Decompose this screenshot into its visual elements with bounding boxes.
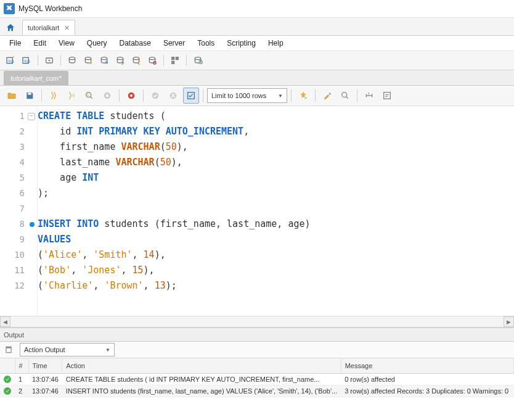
fold-icon[interactable]: − bbox=[28, 113, 35, 120]
toolbar-separator bbox=[357, 89, 357, 102]
output-cell-action: INSERT INTO students (first_name, last_n… bbox=[62, 385, 341, 397]
execute-current-button[interactable] bbox=[63, 88, 80, 104]
open-file-button[interactable] bbox=[4, 88, 20, 104]
save-file-button[interactable] bbox=[22, 88, 38, 104]
menu-tools[interactable]: Tools bbox=[192, 37, 220, 49]
sql-editor[interactable]: 1−23456789101112 CREATE TABLE students (… bbox=[0, 106, 514, 316]
output-table: # Time Action Message 113:07:46CREATE TA… bbox=[0, 358, 514, 397]
line-number: 5 bbox=[0, 170, 37, 186]
svg-point-7 bbox=[85, 57, 91, 60]
toolbar-separator bbox=[60, 55, 61, 66]
code-line[interactable]: age INT bbox=[38, 170, 514, 186]
output-status-cell bbox=[0, 374, 15, 385]
output-col-message[interactable]: Message bbox=[341, 358, 513, 374]
svg-text:SQL: SQL bbox=[8, 59, 15, 63]
scroll-left-icon[interactable]: ◀ bbox=[0, 316, 10, 327]
output-cell-n: 1 bbox=[15, 374, 28, 385]
reconnect-button[interactable] bbox=[191, 54, 205, 67]
svg-point-12 bbox=[133, 57, 139, 60]
menu-file[interactable]: File bbox=[4, 37, 27, 49]
code-line[interactable]: ('Alice', 'Smith', 14), bbox=[38, 247, 514, 263]
connection-tab-close-icon[interactable]: ✕ bbox=[64, 24, 70, 32]
brush-button[interactable] bbox=[319, 88, 335, 104]
query-toolbar: Limit to 1000 rows ▼ ¶ bbox=[0, 86, 514, 106]
chevron-down-icon: ▼ bbox=[278, 93, 283, 99]
toolbar-separator bbox=[119, 89, 120, 102]
svg-text:¶: ¶ bbox=[368, 93, 370, 96]
line-number: 4 bbox=[0, 155, 37, 170]
stop-on-error-button[interactable] bbox=[123, 88, 139, 104]
status-button[interactable] bbox=[97, 54, 111, 67]
toolbar-separator bbox=[315, 89, 316, 102]
code-line[interactable] bbox=[38, 201, 514, 216]
new-sql-tab-button[interactable]: SQL bbox=[4, 54, 17, 67]
code-line[interactable]: CREATE TABLE students ( bbox=[38, 109, 514, 124]
line-number: 9 bbox=[0, 232, 37, 247]
connection-tab-row: tutorialkart ✕ bbox=[0, 18, 514, 36]
main-toolbar: SQL SQL bbox=[0, 51, 514, 70]
line-number: 2 bbox=[0, 124, 37, 139]
menu-edit[interactable]: Edit bbox=[28, 37, 52, 49]
code-line[interactable]: id INT PRIMARY KEY AUTO_INCREMENT, bbox=[38, 124, 514, 139]
explain-button[interactable] bbox=[81, 88, 97, 104]
svg-point-9 bbox=[101, 57, 107, 60]
find-button[interactable] bbox=[337, 88, 353, 104]
stop-button[interactable] bbox=[99, 88, 115, 104]
editor-code-area[interactable]: CREATE TABLE students ( id INT PRIMARY K… bbox=[38, 106, 514, 316]
output-row[interactable]: 113:07:46CREATE TABLE students ( id INT … bbox=[0, 374, 514, 385]
menu-scripting[interactable]: Scripting bbox=[221, 37, 261, 49]
code-line[interactable]: ('Charlie', 'Brown', 13); bbox=[38, 278, 514, 294]
code-line[interactable]: ); bbox=[38, 186, 514, 201]
output-col-status[interactable] bbox=[0, 358, 15, 374]
whitespace-button[interactable]: ¶ bbox=[361, 88, 377, 104]
output-cell-time: 13:07:46 bbox=[28, 374, 62, 385]
status-ok-icon bbox=[4, 376, 11, 383]
menu-query[interactable]: Query bbox=[81, 37, 113, 49]
menu-help[interactable]: Help bbox=[263, 37, 289, 49]
menu-server[interactable]: Server bbox=[158, 37, 190, 49]
home-button[interactable] bbox=[2, 20, 18, 35]
code-line[interactable]: VALUES bbox=[38, 232, 514, 247]
connection-tab[interactable]: tutorialkart ✕ bbox=[22, 20, 75, 35]
output-col-action[interactable]: Action bbox=[62, 358, 341, 374]
output-row[interactable]: 213:07:46INSERT INTO students (first_nam… bbox=[0, 385, 514, 397]
rollback-button[interactable] bbox=[165, 88, 181, 104]
output-col-num[interactable]: # bbox=[15, 358, 28, 374]
users-button[interactable] bbox=[81, 54, 95, 67]
row-limit-select[interactable]: Limit to 1000 rows ▼ bbox=[207, 88, 287, 103]
svg-text:SQL: SQL bbox=[24, 59, 31, 63]
toolbar-separator bbox=[38, 55, 38, 66]
editor-gutter: 1−23456789101112 bbox=[0, 106, 38, 316]
open-sql-file-button[interactable]: SQL bbox=[20, 54, 33, 67]
beautify-button[interactable] bbox=[295, 88, 311, 104]
svg-point-26 bbox=[152, 93, 159, 99]
code-line[interactable]: last_name VARCHAR(50), bbox=[38, 155, 514, 170]
dashboard-button[interactable] bbox=[168, 54, 182, 67]
schema-button[interactable] bbox=[65, 54, 79, 67]
output-cell-message: 3 row(s) affected Records: 3 Duplicates:… bbox=[341, 385, 513, 397]
menu-database[interactable]: Database bbox=[114, 37, 157, 49]
svg-point-6 bbox=[69, 57, 75, 60]
autocommit-toggle[interactable] bbox=[183, 88, 199, 104]
export-button[interactable] bbox=[113, 54, 127, 67]
output-type-select[interactable]: Action Output ▼ bbox=[20, 343, 115, 356]
code-line[interactable]: INSERT INTO students (first_name, last_n… bbox=[38, 216, 514, 232]
toolbar-separator bbox=[291, 89, 292, 102]
scroll-right-icon[interactable]: ▶ bbox=[504, 316, 514, 327]
inspector-button[interactable] bbox=[43, 54, 56, 67]
query-tab[interactable]: tutorialkart_com* bbox=[4, 71, 68, 85]
menu-view[interactable]: View bbox=[53, 37, 80, 49]
breakpoint-marker-icon[interactable] bbox=[30, 222, 35, 227]
query-tab-label: tutorialkart_com* bbox=[10, 75, 62, 82]
editor-horizontal-scrollbar[interactable]: ◀ ▶ bbox=[0, 316, 514, 327]
code-line[interactable]: first_name VARCHAR(50), bbox=[38, 139, 514, 155]
svg-point-13 bbox=[149, 57, 155, 60]
execute-button[interactable] bbox=[46, 88, 62, 104]
backup-button[interactable] bbox=[145, 54, 159, 67]
wrap-button[interactable] bbox=[379, 88, 395, 104]
output-clear-button[interactable] bbox=[2, 344, 15, 356]
import-button[interactable] bbox=[129, 54, 143, 67]
commit-button[interactable] bbox=[147, 88, 163, 104]
code-line[interactable]: ('Bob', 'Jones', 15), bbox=[38, 263, 514, 278]
output-col-time[interactable]: Time bbox=[28, 358, 62, 374]
